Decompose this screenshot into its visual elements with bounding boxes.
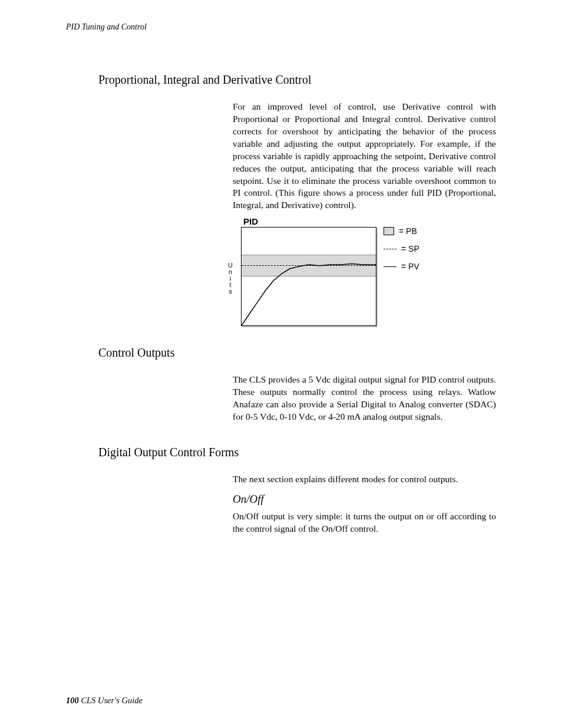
- heading-control-outputs: Control Outputs: [98, 346, 496, 360]
- para-digital-intro: The next section explains different mode…: [233, 473, 496, 486]
- heading-pid: Proportional, Integral and Derivative Co…: [98, 73, 496, 87]
- para-onoff: On/Off output is very simple: it turns t…: [233, 510, 496, 535]
- figure-pid-chart: PID Units = PB = SP = PV: [233, 216, 421, 328]
- page-footer: 100 CLS User's Guide: [66, 696, 143, 706]
- running-header: PID Tuning and Control: [66, 22, 496, 32]
- legend-row-sp: = SP: [384, 243, 419, 254]
- footer-page-number: 100: [66, 696, 79, 705]
- legend-label-pb: = PB: [399, 226, 417, 236]
- legend-row-pb: = PB: [384, 226, 419, 236]
- footer-doc-title: CLS User's Guide: [81, 696, 143, 705]
- heading-digital-forms: Digital Output Control Forms: [98, 446, 496, 459]
- para-control-outputs: The CLS provides a 5 Vdc digital output …: [233, 374, 496, 423]
- chart-plot-area: [241, 227, 376, 326]
- legend-label-sp: = SP: [401, 244, 419, 253]
- legend-swatch-pb: [384, 227, 394, 235]
- chart-pv-curve: [242, 228, 376, 325]
- subheading-onoff: On/Off: [233, 493, 496, 506]
- chart-title: PID: [243, 216, 258, 226]
- legend-row-pv: = PV: [384, 261, 419, 272]
- legend-swatch-pv: [384, 266, 396, 267]
- chart-ylabel: Units: [227, 262, 233, 295]
- legend-label-pv: = PV: [401, 262, 419, 271]
- legend-swatch-sp: [384, 249, 396, 249]
- chart-legend: = PB = SP = PV: [384, 226, 419, 279]
- para-pid: For an improved level of control, use De…: [233, 101, 496, 212]
